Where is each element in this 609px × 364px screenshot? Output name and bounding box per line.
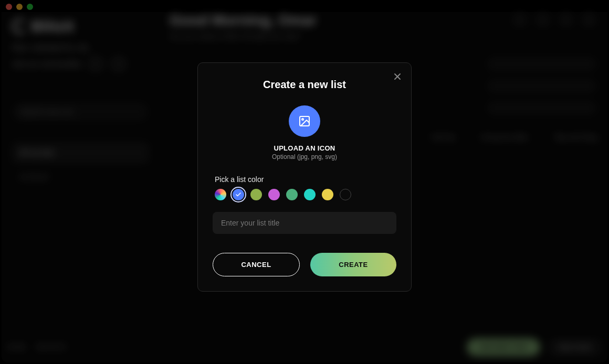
pick-color-label: Pick a list color [215,175,396,184]
upload-title: UPLOAD AN ICON [213,144,396,152]
color-swatch-olive[interactable] [250,189,262,200]
modal-overlay: Create a new list UPLOAD AN ICON Optiona… [2,2,607,362]
image-icon [298,115,311,127]
create-label: CREATE [339,261,368,269]
color-swatch-blue[interactable] [233,189,244,200]
close-icon[interactable] [391,70,404,83]
modal-title: Create a new list [213,79,396,91]
create-button[interactable]: CREATE [310,253,396,276]
cancel-label: CANCEL [241,261,271,269]
color-swatch-cyan[interactable] [304,189,316,200]
color-swatch-rainbow[interactable] [215,189,226,200]
list-title-input[interactable] [213,212,396,234]
cancel-button[interactable]: CANCEL [213,253,300,276]
upload-icon-button[interactable] [289,105,320,137]
color-swatch-black[interactable] [340,189,351,200]
color-swatch-magenta[interactable] [268,189,280,200]
upload-subtitle: Optional (jpg, png, svg) [213,153,396,160]
create-list-modal: Create a new list UPLOAD AN ICON Optiona… [197,62,412,292]
svg-point-3 [302,119,303,120]
color-swatch-yellow[interactable] [322,189,333,200]
check-icon [235,191,242,198]
color-swatch-row [215,189,396,200]
color-swatch-green[interactable] [286,189,298,200]
